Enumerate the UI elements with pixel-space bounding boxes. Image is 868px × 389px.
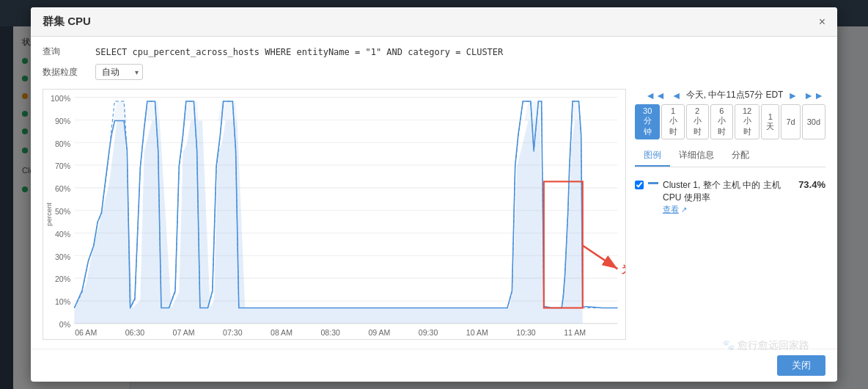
svg-text:70%: 70% bbox=[55, 161, 71, 170]
legend-name: Cluster 1, 整个 主机 中的 主机 CPU 使用率 bbox=[663, 179, 794, 204]
tab-legend[interactable]: 图例 bbox=[635, 145, 670, 167]
prev-button[interactable]: ◄ bbox=[670, 90, 683, 101]
granularity-row: 数据粒度 自动 5分钟 1小时 ▾ bbox=[43, 64, 825, 80]
svg-text:20%: 20% bbox=[55, 275, 71, 283]
granularity-label: 数据粒度 bbox=[43, 66, 87, 79]
svg-text:06 AM: 06 AM bbox=[75, 328, 97, 337]
range-1h[interactable]: 1 小时 bbox=[661, 104, 684, 139]
svg-text:100%: 100% bbox=[51, 94, 71, 103]
legend-link[interactable]: 查看 bbox=[663, 205, 679, 214]
modal-body: 查询 SELECT cpu_percent_across_hosts WHERE… bbox=[31, 37, 837, 349]
range-2h[interactable]: 2 小时 bbox=[686, 104, 709, 139]
next-next-button[interactable]: ►► bbox=[802, 90, 825, 101]
svg-text:06:30: 06:30 bbox=[125, 328, 145, 337]
svg-text:0%: 0% bbox=[59, 320, 71, 329]
tab-details[interactable]: 详细信息 bbox=[670, 145, 723, 167]
svg-text:08 AM: 08 AM bbox=[271, 328, 293, 337]
range-30d[interactable]: 30d bbox=[802, 104, 825, 139]
range-12h[interactable]: 12 小时 bbox=[735, 104, 760, 139]
legend-link-icon: ↗ bbox=[681, 206, 687, 214]
next-button[interactable]: ► bbox=[786, 90, 799, 101]
range-6h[interactable]: 6 小时 bbox=[710, 104, 733, 139]
legend-value: 73.4% bbox=[798, 179, 825, 190]
svg-text:60%: 60% bbox=[55, 184, 71, 193]
footer-close-button[interactable]: 关闭 bbox=[777, 355, 825, 376]
svg-text:10:30: 10:30 bbox=[516, 328, 536, 337]
right-panel: ◄◄ ◄ 今天, 中午11点57分 EDT ► ►► 30 分钟 1 小时 2 … bbox=[635, 89, 825, 340]
modal-close-button[interactable]: × bbox=[819, 16, 825, 28]
svg-text:30%: 30% bbox=[55, 252, 71, 261]
modal-overlay: 群集 CPU × 查询 SELECT cpu_percent_across_ho… bbox=[0, 0, 868, 389]
modal-title: 群集 CPU bbox=[43, 15, 91, 29]
legend-item: Cluster 1, 整个 主机 中的 主机 CPU 使用率 查看 ↗ 73.4… bbox=[635, 173, 825, 221]
time-nav: ◄◄ ◄ 今天, 中午11点57分 EDT ► ►► bbox=[644, 89, 825, 101]
svg-text:10%: 10% bbox=[55, 297, 71, 306]
legend-color-bar bbox=[648, 182, 658, 184]
svg-text:08:30: 08:30 bbox=[320, 328, 340, 337]
svg-text:09:30: 09:30 bbox=[419, 328, 438, 337]
svg-text:40%: 40% bbox=[55, 230, 71, 239]
svg-text:为升级时段: 为升级时段 bbox=[621, 263, 625, 275]
chart-container: 100% 90% 80% 70% 60% 50% 40% 30% 20% 10%… bbox=[43, 89, 626, 340]
tab-distribution[interactable]: 分配 bbox=[723, 145, 758, 167]
query-value: SELECT cpu_percent_across_hosts WHERE en… bbox=[95, 47, 503, 57]
modal-footer: 关闭 bbox=[31, 349, 837, 382]
prev-prev-button[interactable]: ◄◄ bbox=[644, 90, 667, 101]
chart-section: 100% 90% 80% 70% 60% 50% 40% 30% 20% 10%… bbox=[43, 89, 825, 340]
svg-text:07 AM: 07 AM bbox=[173, 328, 195, 337]
time-label: 今天, 中午11点57分 EDT bbox=[686, 89, 784, 101]
svg-text:90%: 90% bbox=[55, 117, 71, 126]
granularity-select[interactable]: 自动 5分钟 1小时 bbox=[95, 64, 143, 80]
query-label: 查询 bbox=[43, 46, 87, 58]
range-30min[interactable]: 30 分钟 bbox=[635, 104, 660, 139]
svg-text:07:30: 07:30 bbox=[223, 328, 243, 337]
chart-svg: 100% 90% 80% 70% 60% 50% 40% 30% 20% 10%… bbox=[43, 90, 625, 339]
modal: 群集 CPU × 查询 SELECT cpu_percent_across_ho… bbox=[31, 7, 837, 382]
svg-line-36 bbox=[583, 246, 618, 269]
legend-checkbox[interactable] bbox=[635, 181, 644, 189]
svg-text:10 AM: 10 AM bbox=[466, 328, 488, 337]
legend-text-block: Cluster 1, 整个 主机 中的 主机 CPU 使用率 查看 ↗ bbox=[663, 179, 794, 215]
range-1d[interactable]: 1 天 bbox=[761, 104, 779, 139]
svg-text:09 AM: 09 AM bbox=[368, 328, 390, 337]
time-range-buttons: 30 分钟 1 小时 2 小时 6 小时 12 小时 1 天 7d 30d bbox=[635, 104, 825, 139]
svg-text:80%: 80% bbox=[55, 139, 71, 148]
query-row: 查询 SELECT cpu_percent_across_hosts WHERE… bbox=[43, 46, 825, 58]
range-7d[interactable]: 7d bbox=[781, 104, 800, 139]
granularity-select-wrapper[interactable]: 自动 5分钟 1小时 ▾ bbox=[95, 64, 143, 80]
svg-text:percent: percent bbox=[45, 203, 53, 226]
svg-text:50%: 50% bbox=[55, 207, 71, 216]
legend-tabs: 图例 详细信息 分配 bbox=[635, 145, 825, 167]
svg-text:11 AM: 11 AM bbox=[564, 328, 586, 337]
modal-header: 群集 CPU × bbox=[31, 7, 837, 37]
